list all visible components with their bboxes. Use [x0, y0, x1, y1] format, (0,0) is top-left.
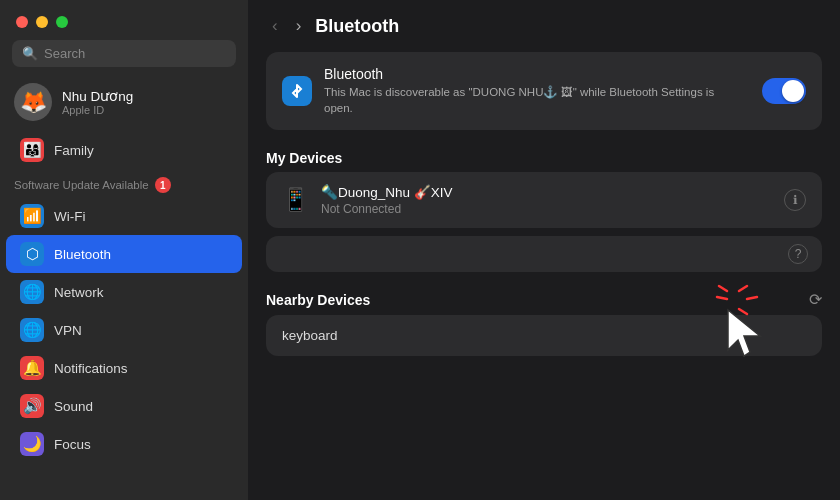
sidebar-item-label-family: Family — [54, 143, 94, 158]
bluetooth-text: Bluetooth This Mac is discoverable as "D… — [324, 66, 724, 116]
update-badge: 1 — [155, 177, 171, 193]
forward-arrow[interactable]: › — [292, 14, 306, 38]
bluetooth-card: Bluetooth This Mac is discoverable as "D… — [266, 52, 822, 130]
software-update-section: Software Update Available 1 — [0, 169, 248, 197]
user-info: Nhu Dương Apple ID — [62, 88, 133, 116]
sidebar-item-label-bluetooth: Bluetooth — [54, 247, 111, 262]
device-info-button[interactable]: ℹ — [784, 189, 806, 211]
sidebar-item-label-wifi: Wi-Fi — [54, 209, 85, 224]
user-sub: Apple ID — [62, 104, 133, 116]
main-header: ‹ › Bluetooth — [248, 0, 840, 48]
vpn-icon: 🌐 — [20, 318, 44, 342]
nearby-card[interactable]: keyboard — [266, 315, 822, 356]
sidebar-item-wifi[interactable]: 📶 Wi-Fi — [6, 197, 242, 235]
software-update-label: Software Update Available — [14, 179, 149, 191]
back-arrow[interactable]: ‹ — [268, 14, 282, 38]
minimize-button[interactable] — [36, 16, 48, 28]
bluetooth-left: Bluetooth This Mac is discoverable as "D… — [282, 66, 724, 116]
search-bar[interactable]: 🔍 Search — [12, 40, 236, 67]
sidebar-item-label-network: Network — [54, 285, 104, 300]
maximize-button[interactable] — [56, 16, 68, 28]
bluetooth-name: Bluetooth — [324, 66, 724, 82]
focus-icon: 🌙 — [20, 432, 44, 456]
bluetooth-large-icon — [282, 76, 312, 106]
traffic-lights — [0, 12, 248, 40]
my-devices-label: My Devices — [248, 142, 840, 172]
main-content: ‹ › Bluetooth Bluetooth This Mac is disc… — [248, 0, 840, 500]
sidebar-item-label-notifications: Notifications — [54, 361, 128, 376]
family-icon: 👨‍👩‍👧 — [20, 138, 44, 162]
sidebar-item-focus[interactable]: 🌙 Focus — [6, 425, 242, 463]
device-icon: 📱 — [282, 187, 309, 213]
nearby-device-name: keyboard — [282, 328, 338, 343]
search-icon: 🔍 — [22, 46, 38, 61]
close-button[interactable] — [16, 16, 28, 28]
sidebar-item-bluetooth[interactable]: ⬡ Bluetooth — [6, 235, 242, 273]
user-name: Nhu Dương — [62, 88, 133, 104]
page-title: Bluetooth — [315, 16, 399, 37]
nearby-devices-label: Nearby Devices — [266, 292, 370, 308]
wifi-icon: 📶 — [20, 204, 44, 228]
sidebar-item-sound[interactable]: 🔊 Sound — [6, 387, 242, 425]
sidebar-item-label-vpn: VPN — [54, 323, 82, 338]
sidebar-item-notifications[interactable]: 🔔 Notifications — [6, 349, 242, 387]
device-name: 🔦Duong_Nhu 🎸XIV — [321, 184, 453, 200]
device-info: 🔦Duong_Nhu 🎸XIV Not Connected — [321, 184, 453, 216]
device-left: 📱 🔦Duong_Nhu 🎸XIV Not Connected — [282, 184, 453, 216]
bluetooth-header-row: Bluetooth This Mac is discoverable as "D… — [282, 66, 806, 116]
loading-spinner: ⟳ — [809, 290, 822, 309]
avatar: 🦊 — [14, 83, 52, 121]
sidebar-item-family[interactable]: 👨‍👩‍👧 Family — [6, 131, 242, 169]
question-icon[interactable]: ? — [788, 244, 808, 264]
sidebar-item-label-sound: Sound — [54, 399, 93, 414]
network-icon: 🌐 — [20, 280, 44, 304]
bluetooth-icon: ⬡ — [20, 242, 44, 266]
device-status: Not Connected — [321, 202, 453, 216]
bluetooth-toggle[interactable] — [762, 78, 806, 104]
sidebar-item-label-focus: Focus — [54, 437, 91, 452]
sidebar-item-network[interactable]: 🌐 Network — [6, 273, 242, 311]
notifications-icon: 🔔 — [20, 356, 44, 380]
sidebar: 🔍 Search 🦊 Nhu Dương Apple ID 👨‍👩‍👧 Fami… — [0, 0, 248, 500]
sound-icon: 🔊 — [20, 394, 44, 418]
user-section[interactable]: 🦊 Nhu Dương Apple ID — [0, 77, 248, 127]
sidebar-item-vpn[interactable]: 🌐 VPN — [6, 311, 242, 349]
svg-marker-5 — [728, 310, 760, 356]
cursor-arrow-svg — [724, 306, 772, 362]
cursor-area — [714, 306, 762, 366]
nearby-header-row: Nearby Devices ⟳ — [248, 286, 840, 315]
question-card: ? — [266, 236, 822, 272]
search-label: Search — [44, 46, 85, 61]
device-card[interactable]: 📱 🔦Duong_Nhu 🎸XIV Not Connected ℹ — [266, 172, 822, 228]
bluetooth-description: This Mac is discoverable as "DUONG NHU⚓ … — [324, 84, 724, 116]
toggle-knob — [782, 80, 804, 102]
